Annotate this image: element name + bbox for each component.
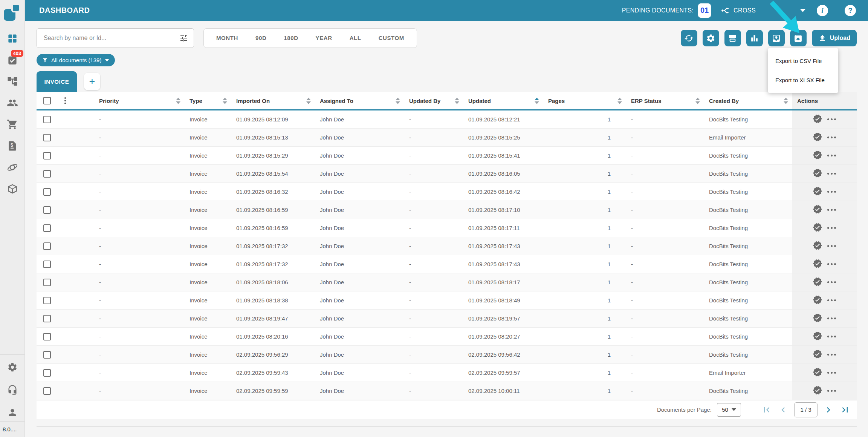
row-menu-button[interactable] xyxy=(827,173,836,175)
column-header-pages[interactable]: Pages xyxy=(543,92,626,109)
sort-icon[interactable] xyxy=(617,98,622,104)
table-row[interactable]: -Invoice01.09.2025 08:16:59John Doe-01.0… xyxy=(37,219,857,237)
row-menu-button[interactable] xyxy=(827,372,836,374)
sidebar-item-profile[interactable] xyxy=(5,406,20,419)
table-row[interactable]: -Invoice02.09.2025 09:59:59John Doe-02.0… xyxy=(37,382,857,400)
table-row[interactable]: -Invoice01.09.2025 08:16:59John Doe-01.0… xyxy=(37,201,857,219)
table-row[interactable]: -Invoice01.09.2025 08:17:32John Doe-01.0… xyxy=(37,255,857,273)
row-menu-button[interactable] xyxy=(827,245,836,247)
next-page-button[interactable] xyxy=(823,404,834,416)
row-menu-button[interactable] xyxy=(827,354,836,356)
verified-badge-icon[interactable] xyxy=(813,114,822,125)
verified-badge-icon[interactable] xyxy=(813,367,822,378)
menu-item-export-to-xlsx-file[interactable]: Export to XLSX File xyxy=(768,71,838,90)
sidebar-item-users[interactable] xyxy=(5,97,20,109)
sidebar-item-settings[interactable] xyxy=(5,361,20,374)
org-dropdown-caret-icon[interactable] xyxy=(800,9,805,12)
sort-icon[interactable] xyxy=(695,98,700,104)
row-checkbox[interactable] xyxy=(43,116,51,123)
sort-icon[interactable] xyxy=(396,98,400,104)
row-menu-button[interactable] xyxy=(827,209,836,211)
row-checkbox[interactable] xyxy=(43,369,51,377)
add-tab-button[interactable]: + xyxy=(84,73,100,90)
column-header-created_by[interactable]: Created By xyxy=(704,92,792,109)
import-button[interactable] xyxy=(768,30,785,46)
pending-documents-count[interactable]: 01 xyxy=(698,3,711,18)
row-menu-button[interactable] xyxy=(827,263,836,265)
select-all-checkbox[interactable] xyxy=(43,97,51,104)
date-filter-month[interactable]: MONTH xyxy=(208,28,247,48)
help-icon[interactable]: ? xyxy=(845,5,856,16)
table-row[interactable]: -Invoice01.09.2025 08:20:16John Doe-01.0… xyxy=(37,328,857,346)
row-checkbox[interactable] xyxy=(43,134,51,141)
sidebar-item-tasks[interactable]: 403 xyxy=(5,54,20,66)
row-checkbox[interactable] xyxy=(43,315,51,322)
date-filter-custom[interactable]: CUSTOM xyxy=(370,28,413,48)
column-header-type[interactable]: Type xyxy=(184,92,231,109)
sidebar-item-invoices[interactable]: $ xyxy=(5,140,20,152)
verified-badge-icon[interactable] xyxy=(813,204,822,215)
column-header-updated_by[interactable]: Updated By xyxy=(404,92,463,109)
table-row[interactable]: -Invoice01.09.2025 08:15:29John Doe-01.0… xyxy=(37,147,857,165)
row-checkbox[interactable] xyxy=(43,297,51,304)
last-page-button[interactable] xyxy=(839,404,851,416)
verified-badge-icon[interactable] xyxy=(813,168,822,179)
row-menu-button[interactable] xyxy=(827,136,836,138)
export-button[interactable] xyxy=(790,30,807,46)
sidebar-item-purchase-orders[interactable] xyxy=(5,118,20,131)
row-menu-button[interactable] xyxy=(827,155,836,156)
verified-badge-icon[interactable] xyxy=(813,385,822,396)
row-checkbox[interactable] xyxy=(43,170,51,178)
sidebar-item-packages[interactable] xyxy=(5,182,20,195)
sort-icon[interactable] xyxy=(223,98,227,104)
upload-button[interactable]: Upload xyxy=(812,30,857,46)
date-filter-90d[interactable]: 90D xyxy=(247,28,275,48)
table-row[interactable]: -Invoice01.09.2025 08:19:47John Doe-01.0… xyxy=(37,310,857,328)
tab-invoice[interactable]: INVOICE xyxy=(37,71,77,92)
row-menu-button[interactable] xyxy=(827,317,836,319)
settings-button[interactable] xyxy=(703,30,719,46)
row-menu-button[interactable] xyxy=(827,390,836,392)
verified-badge-icon[interactable] xyxy=(813,241,822,251)
row-checkbox[interactable] xyxy=(43,152,51,159)
table-row[interactable]: -Invoice01.09.2025 08:17:32John Doe-01.0… xyxy=(37,237,857,255)
verified-badge-icon[interactable] xyxy=(813,150,822,161)
info-icon[interactable]: i xyxy=(817,5,828,16)
table-row[interactable]: -Invoice01.09.2025 08:15:13John Doe-01.0… xyxy=(37,129,857,147)
verified-badge-icon[interactable] xyxy=(813,331,822,342)
row-checkbox[interactable] xyxy=(43,387,51,395)
verified-badge-icon[interactable] xyxy=(813,349,822,360)
row-checkbox[interactable] xyxy=(43,261,51,268)
table-row[interactable]: -Invoice01.09.2025 08:18:06John Doe-01.0… xyxy=(37,273,857,291)
column-header-imported_on[interactable]: Imported On xyxy=(231,92,315,109)
menu-item-export-to-csv-file[interactable]: Export to CSV File xyxy=(768,51,838,71)
row-menu-button[interactable] xyxy=(827,227,836,229)
column-header-select[interactable] xyxy=(37,92,58,109)
row-checkbox[interactable] xyxy=(43,224,51,232)
date-filter-180d[interactable]: 180D xyxy=(275,28,307,48)
sidebar-item-dashboard[interactable] xyxy=(5,32,20,45)
row-menu-button[interactable] xyxy=(827,118,836,120)
sort-icon[interactable] xyxy=(176,98,180,104)
search-input[interactable] xyxy=(44,35,179,41)
table-row[interactable]: -Invoice02.09.2025 09:56:29John Doe-02.0… xyxy=(37,346,857,364)
row-menu-button[interactable] xyxy=(827,336,836,337)
sidebar-item-workflow[interactable] xyxy=(5,75,20,88)
row-checkbox[interactable] xyxy=(43,279,51,286)
date-filter-all[interactable]: ALL xyxy=(341,28,370,48)
column-header-priority[interactable]: Priority xyxy=(94,92,184,109)
analytics-button[interactable] xyxy=(746,30,763,46)
sort-icon[interactable] xyxy=(455,98,459,104)
table-row[interactable]: -Invoice01.09.2025 08:12:09John Doe-01.0… xyxy=(37,110,857,129)
first-page-button[interactable] xyxy=(761,404,772,416)
app-logo[interactable] xyxy=(4,3,21,21)
table-row[interactable]: -Invoice01.09.2025 08:15:54John Doe-01.0… xyxy=(37,165,857,183)
row-checkbox[interactable] xyxy=(43,333,51,340)
verified-badge-icon[interactable] xyxy=(813,277,822,288)
sort-icon[interactable] xyxy=(306,98,311,104)
row-menu-button[interactable] xyxy=(827,299,836,301)
table-row[interactable]: -Invoice01.09.2025 08:18:38John Doe-01.0… xyxy=(37,291,857,310)
column-menu-button[interactable] xyxy=(58,92,94,109)
sort-icon[interactable] xyxy=(784,98,788,104)
documents-filter-chip[interactable]: All documents (139) xyxy=(37,54,115,66)
